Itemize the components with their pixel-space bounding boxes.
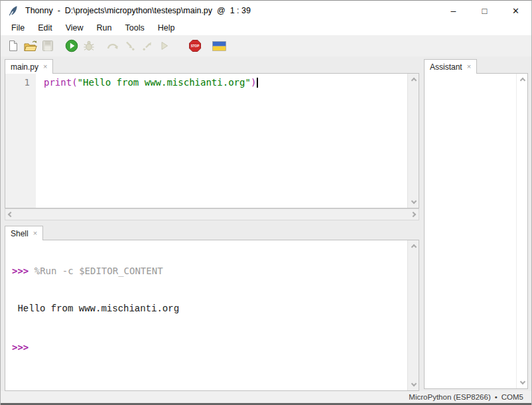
backend-label[interactable]: MicroPython (ESP8266)	[409, 393, 490, 401]
shell-magic-command: %Run -c $EDITOR_CONTENT	[34, 266, 163, 276]
run-script-button[interactable]	[63, 37, 80, 54]
tab-assistant-close-icon[interactable]: ×	[467, 63, 471, 70]
menu-edit[interactable]: Edit	[31, 22, 59, 34]
statusbar-separator: •	[495, 393, 498, 401]
step-into-button	[121, 37, 139, 54]
run-play-icon	[65, 39, 78, 52]
window-title: Thonny - D:\projects\micropython\testesp…	[25, 6, 251, 15]
line-number: 1	[25, 77, 30, 88]
step-over-icon	[106, 40, 119, 52]
shell-output-line: Hello from www.mischianti.org	[12, 303, 407, 314]
step-out-button	[139, 37, 156, 54]
save-file-button	[39, 37, 56, 54]
open-folder-icon	[24, 40, 37, 52]
stop-sign-label: STOP	[191, 44, 199, 48]
scroll-down-icon[interactable]	[517, 376, 528, 387]
menu-help[interactable]: Help	[151, 22, 182, 34]
editor-horizontal-scrollbar[interactable]	[5, 208, 419, 220]
thonny-app-icon	[8, 5, 19, 16]
resume-play-icon	[159, 40, 170, 52]
new-file-button[interactable]	[5, 37, 22, 54]
shell-command-line: >>> %Run -c $EDITOR_CONTENT	[12, 266, 407, 276]
code-token-call: print(	[44, 77, 78, 88]
code-token-call-close: )	[251, 77, 256, 88]
shell-vertical-scrollbar[interactable]	[407, 240, 419, 390]
tab-shell-close-icon[interactable]: ×	[33, 230, 37, 237]
tab-main-py-close-icon[interactable]: ×	[43, 63, 47, 70]
tab-shell[interactable]: Shell ×	[5, 226, 43, 240]
shell-console[interactable]: >>> %Run -c $EDITOR_CONTENT Hello from w…	[5, 240, 407, 390]
menu-run[interactable]: Run	[90, 22, 119, 34]
ukraine-flag-icon	[212, 41, 226, 51]
close-button[interactable]: ✕	[500, 1, 531, 21]
menu-tools[interactable]: Tools	[119, 22, 151, 34]
code-editor[interactable]: print("Hello from www.mischianti.org")	[36, 74, 407, 208]
menu-file[interactable]: File	[5, 22, 31, 34]
titlebar[interactable]: Thonny - D:\projects\micropython\testesp…	[1, 1, 531, 21]
assistant-vertical-scrollbar[interactable]	[516, 74, 527, 388]
scroll-down-icon[interactable]	[408, 196, 419, 206]
debug-bug-icon	[83, 40, 95, 52]
stop-backend-button[interactable]: STOP	[186, 37, 204, 54]
tab-shell-label: Shell	[11, 229, 29, 238]
stop-sign-icon: STOP	[188, 39, 202, 52]
step-over-button	[104, 37, 121, 54]
debug-script-button	[80, 37, 98, 54]
editor-gutter: 1	[5, 74, 36, 208]
scroll-left-icon[interactable]	[5, 209, 16, 220]
menu-view[interactable]: View	[59, 22, 90, 34]
open-file-button[interactable]	[22, 37, 39, 54]
resume-button	[156, 37, 173, 54]
shell-prompt-2: >>>	[12, 342, 29, 353]
maximize-button[interactable]: □	[469, 1, 500, 21]
menubar: File Edit View Run Tools Help	[1, 21, 531, 35]
scroll-up-icon[interactable]	[517, 75, 528, 86]
editor-vertical-scrollbar[interactable]	[407, 74, 419, 208]
window-controls: – □ ✕	[438, 1, 531, 21]
new-file-icon	[7, 40, 19, 52]
tab-assistant-label: Assistant	[430, 62, 462, 72]
code-token-string: "Hello from www.mischianti.org"	[78, 77, 251, 88]
text-cursor	[257, 78, 258, 88]
toolbar: STOP	[1, 35, 531, 56]
save-floppy-icon	[42, 40, 54, 52]
shell-prompt-line: >>>	[12, 342, 407, 353]
scroll-up-icon[interactable]	[408, 242, 419, 252]
port-label[interactable]: COM5	[501, 393, 523, 401]
thonny-window: Thonny - D:\projects\micropython\testesp…	[0, 0, 532, 405]
minimize-button[interactable]: –	[438, 1, 469, 21]
scroll-right-icon[interactable]	[408, 209, 419, 220]
scroll-down-icon[interactable]	[408, 378, 419, 389]
shell-prompt: >>>	[12, 266, 34, 276]
statusbar: MicroPython (ESP8266) • COM5	[1, 391, 531, 403]
scroll-up-icon[interactable]	[408, 75, 419, 86]
step-out-icon	[141, 40, 153, 52]
editor-panel: 1 print("Hello from www.mischianti.org")	[5, 73, 419, 208]
tab-main-py-label: main.py	[11, 62, 38, 72]
tab-main-py[interactable]: main.py ×	[5, 59, 53, 74]
shell-panel: >>> %Run -c $EDITOR_CONTENT Hello from w…	[5, 240, 419, 391]
assistant-panel	[424, 73, 528, 389]
tab-assistant[interactable]: Assistant ×	[424, 59, 477, 74]
ukraine-support-button[interactable]	[210, 37, 228, 54]
step-into-icon	[124, 40, 136, 52]
